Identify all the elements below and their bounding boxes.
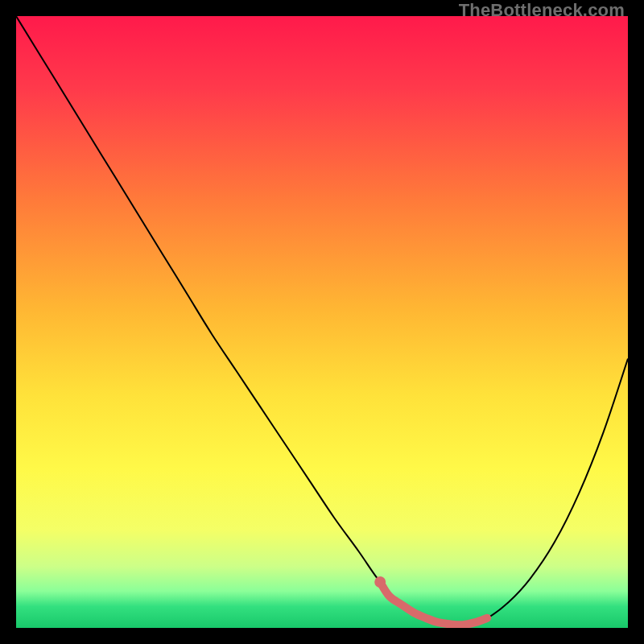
watermark-text: TheBottleneck.com [459,0,625,21]
chart-curve-layer [16,16,628,628]
bottleneck-curve [16,16,628,625]
chart-frame: TheBottleneck.com [0,0,644,644]
marker-start-dot [374,576,386,588]
plot-area [16,16,628,628]
optimal-marker [380,582,487,625]
